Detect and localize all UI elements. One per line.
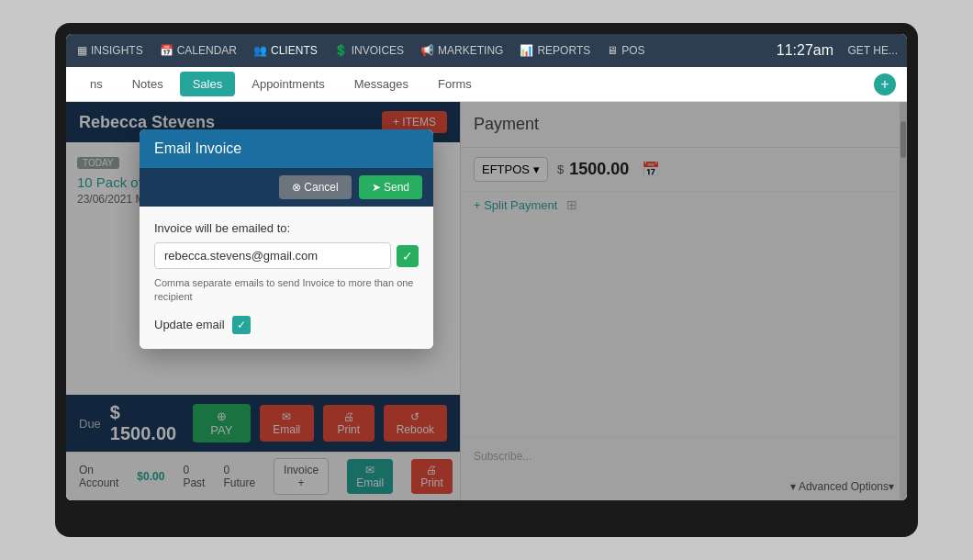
email-modal: Email Invoice ⊗ Cancel ➤ Send Invoice wi… xyxy=(140,129,433,349)
modal-action-bar: ⊗ Cancel ➤ Send xyxy=(140,168,433,207)
tab-notes[interactable]: Notes xyxy=(119,72,176,96)
nav-insights[interactable]: ▦ INSIGHTS xyxy=(77,44,143,57)
reports-icon: 📊 xyxy=(520,44,533,57)
invoice-email-label: Invoice will be emailed to: xyxy=(154,221,419,235)
clients-icon: 👥 xyxy=(253,44,267,57)
nav-reports[interactable]: 📊 REPORTS xyxy=(520,44,590,57)
checkbox-checkmark: ✓ xyxy=(237,319,246,331)
update-email-row: Update email ✓ xyxy=(154,316,419,334)
update-email-checkbox[interactable]: ✓ xyxy=(232,316,251,334)
nav-marketing[interactable]: 📢 MARKETING xyxy=(420,44,503,57)
secondary-nav: ns Notes Sales Appointments Messages For… xyxy=(66,67,907,102)
checkmark-icon: ✓ xyxy=(402,249,413,263)
email-input-row: ✓ xyxy=(154,242,419,269)
nav-clients[interactable]: 👥 CLIENTS xyxy=(253,44,318,57)
email-input[interactable] xyxy=(154,242,391,269)
send-button[interactable]: ➤ Send xyxy=(359,175,422,199)
screen: ▦ INSIGHTS 📅 CALENDAR 👥 CLIENTS 💲 INVOIC… xyxy=(66,34,907,500)
get-help[interactable]: GET HE... xyxy=(848,44,898,57)
nav-calendar[interactable]: 📅 CALENDAR xyxy=(160,44,237,57)
hint-text: Comma separate emails to send Invoice to… xyxy=(154,276,419,305)
main-content: Rebecca Stevens + ITEMS TODAY 10 Pack of… xyxy=(66,102,907,500)
tab-messages[interactable]: Messages xyxy=(341,72,421,96)
laptop-frame: ▦ INSIGHTS 📅 CALENDAR 👥 CLIENTS 💲 INVOIC… xyxy=(55,23,918,537)
modal-body: Invoice will be emailed to: ✓ Comma sepa… xyxy=(140,207,433,349)
cancel-modal-button[interactable]: ⊗ Cancel xyxy=(279,175,352,199)
calendar-icon: 📅 xyxy=(160,44,173,57)
tab-ns[interactable]: ns xyxy=(77,72,116,96)
modal-title: Email Invoice xyxy=(154,140,241,156)
email-check-icon: ✓ xyxy=(397,245,419,267)
nav-pos[interactable]: 🖥 POS xyxy=(607,44,644,57)
chart-icon: ▦ xyxy=(77,44,87,57)
modal-overlay: Email Invoice ⊗ Cancel ➤ Send Invoice wi… xyxy=(66,102,907,500)
update-email-label: Update email xyxy=(154,318,225,331)
nav-invoices[interactable]: 💲 INVOICES xyxy=(334,44,404,57)
invoice-icon: 💲 xyxy=(334,44,348,57)
modal-header: Email Invoice xyxy=(140,129,433,168)
tab-sales[interactable]: Sales xyxy=(180,72,236,96)
pos-icon: 🖥 xyxy=(607,44,618,57)
tab-appointments[interactable]: Appointments xyxy=(239,72,338,96)
marketing-icon: 📢 xyxy=(420,44,434,57)
add-button[interactable]: + xyxy=(874,73,896,95)
top-nav: ▦ INSIGHTS 📅 CALENDAR 👥 CLIENTS 💲 INVOIC… xyxy=(66,34,907,67)
time-display: 11:27am xyxy=(777,42,833,59)
tab-forms[interactable]: Forms xyxy=(425,72,485,96)
